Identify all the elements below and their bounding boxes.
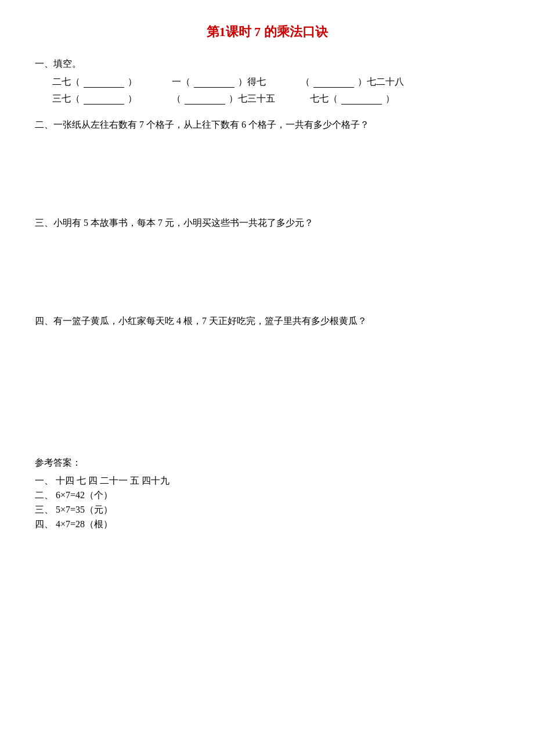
reference-section: 参考答案： 一、 十四 七 四 二十一 五 四十九 二、 6×7=42（个） 三… [35, 457, 499, 531]
fill-prefix-1-1: 二七（ [52, 76, 80, 88]
answer-3-content: 5×7=35（元） [56, 505, 113, 514]
fill-item-2-2: （ ）七三十五 [172, 93, 275, 105]
fill-blank-2-1[interactable] [84, 93, 124, 105]
answer-2: 二、 6×7=42（个） [35, 489, 499, 502]
section-2: 二、一张纸从左往右数有 7 个格子，从上往下数有 6 个格子，一共有多少个格子？ [35, 117, 499, 206]
fill-item-2-1: 三七（ ） [52, 93, 137, 105]
section-2-label: 二、一张纸从左往右数有 7 个格子，从上往下数有 6 个格子，一共有多少个格子？ [35, 117, 499, 134]
answer-4-label: 四、 [35, 519, 53, 529]
answer-3-label: 三、 [35, 505, 53, 514]
fill-suffix-2-3: ） [385, 93, 395, 105]
fill-prefix-2-1: 三七（ [52, 93, 80, 105]
answer-2-content: 6×7=42（个） [56, 490, 113, 500]
answer-2-label: 二、 [35, 490, 53, 500]
fill-item-1-2: 一（ ）得七 [172, 76, 266, 88]
fill-blank-2-3[interactable] [341, 93, 382, 105]
section-1: 一、填空。 二七（ ） 一（ ）得七 （ ）七二十八 三七（ ） （ ）七三 [35, 58, 499, 105]
answer-1-content: 十四 七 四 二十一 五 四十九 [56, 476, 169, 485]
page-title: 第1课时 7 的乘法口诀 [35, 23, 499, 41]
fill-blank-1-3[interactable] [313, 77, 354, 88]
section-1-label: 一、填空。 [35, 58, 499, 70]
section-2-answer-space [35, 136, 499, 206]
fill-row-1: 二七（ ） 一（ ）得七 （ ）七二十八 [52, 76, 499, 88]
fill-item-1-1: 二七（ ） [52, 76, 137, 88]
answer-3: 三、 5×7=35（元） [35, 504, 499, 516]
fill-row-2: 三七（ ） （ ）七三十五 七七（ ） [52, 93, 499, 105]
answer-4-content: 4×7=28（根） [56, 519, 113, 529]
fill-suffix-2-1: ） [128, 93, 137, 105]
answer-4: 四、 4×7=28（根） [35, 519, 499, 531]
section-4: 四、有一篮子黄瓜，小红家每天吃 4 根，7 天正好吃完，篮子里共有多少根黄瓜？ [35, 313, 499, 449]
fill-blank-1-2[interactable] [194, 77, 234, 88]
fill-prefix-2-2: （ [172, 93, 181, 105]
section-4-answer-space [35, 332, 499, 448]
fill-suffix-1-1: ） [128, 76, 137, 88]
reference-title: 参考答案： [35, 457, 499, 469]
section-3: 三、小明有 5 本故事书，每本 7 元，小明买这些书一共花了多少元？ [35, 215, 499, 304]
answer-1-label: 一、 [35, 476, 53, 485]
fill-prefix-1-2: 一（ [172, 76, 190, 88]
fill-prefix-2-3: 七七（ [310, 93, 338, 105]
fill-blank-2-2[interactable] [185, 93, 225, 105]
answer-1: 一、 十四 七 四 二十一 五 四十九 [35, 475, 499, 487]
fill-blank-1-1[interactable] [84, 77, 124, 88]
fill-item-1-3: （ ）七二十八 [301, 76, 404, 88]
fill-suffix-2-2: ）七三十五 [229, 93, 275, 105]
section-3-label: 三、小明有 5 本故事书，每本 7 元，小明买这些书一共花了多少元？ [35, 215, 499, 232]
section-4-label: 四、有一篮子黄瓜，小红家每天吃 4 根，7 天正好吃完，篮子里共有多少根黄瓜？ [35, 313, 499, 330]
section-3-answer-space [35, 235, 499, 304]
fill-prefix-1-3: （ [301, 76, 310, 88]
fill-suffix-1-2: ）得七 [238, 76, 266, 88]
fill-suffix-1-3: ）七二十八 [358, 76, 404, 88]
fill-item-2-3: 七七（ ） [310, 93, 395, 105]
